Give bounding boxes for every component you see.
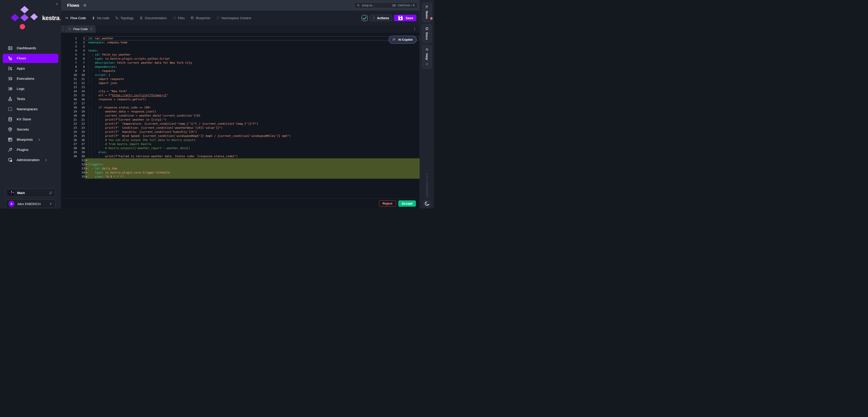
swap-tenant-icon[interactable]: [49, 191, 53, 195]
code-line[interactable]: 2828 # Kestra.outputs({'weather_report':…: [66, 146, 420, 150]
diff-marker: [85, 44, 88, 49]
code-line[interactable]: 1313: [66, 85, 420, 89]
rail-tab-news[interactable]: News: [422, 3, 432, 22]
code-line[interactable]: 2222 print(f" Temperature: {current_cond…: [66, 122, 420, 126]
code-line[interactable]: 99 - requests: [66, 69, 420, 73]
theme-toggle-button[interactable]: [423, 200, 431, 207]
favorite-star-icon[interactable]: [83, 3, 87, 7]
code-line[interactable]: 2323 print(f" Condition: {current_condit…: [66, 126, 420, 130]
sidebar-item-namespaces[interactable]: Namespaces: [3, 105, 58, 114]
code-line[interactable]: 1111 import requests: [66, 77, 420, 81]
diff-marker: [85, 109, 88, 114]
diff-marker: [85, 53, 88, 57]
diff-marker: [85, 114, 88, 118]
code-line[interactable]: 35+ cron: "0 9 * * *": [66, 174, 420, 179]
sidebar-item-apps[interactable]: Apps: [3, 64, 58, 73]
editor-tab-flow-code[interactable]: Flow Code: [65, 25, 96, 33]
logo-link[interactable]: kestra.: [0, 0, 61, 31]
user-menu[interactable]: A Alex EMERICH: [5, 199, 56, 208]
code-line[interactable]: 1212 import json: [66, 81, 420, 85]
code-line[interactable]: 1919 weather_data = response.json(): [66, 109, 420, 114]
sidebar-collapse-button[interactable]: [55, 2, 59, 6]
code-line[interactable]: 2020 current_condition = weather_data['c…: [66, 114, 420, 118]
line-number-new: 4: [77, 49, 85, 53]
tenant-selector[interactable]: Main: [5, 189, 56, 197]
sidebar-item-label: Namespaces: [17, 107, 37, 111]
code-line[interactable]: 66 type: io.kestra.plugin.scripts.python…: [66, 57, 420, 61]
tab-documentation[interactable]: Documentation: [140, 16, 167, 20]
sidebar-item-label: Tests: [17, 97, 25, 101]
code-line[interactable]: 34+ type: io.kestra.plugin.core.trigger.…: [66, 170, 420, 174]
tab-blueprints[interactable]: Blueprints: [191, 16, 210, 20]
code-line[interactable]: 31+: [66, 158, 420, 162]
code-line[interactable]: 22namespace: company.team: [66, 40, 420, 44]
kestra-logo-icon: [8, 5, 39, 31]
rail-tab-docs[interactable]: Docs: [422, 24, 432, 43]
code-line[interactable]: 2727 # from kestra import Kestra: [66, 142, 420, 146]
line-number-old: 13: [66, 85, 77, 89]
sidebar-item-administration[interactable]: Administration: [3, 155, 58, 165]
code-line[interactable]: 44tasks:: [66, 49, 420, 53]
flag-icon: [425, 5, 429, 9]
rail-tab-help[interactable]: Help: [422, 45, 432, 69]
code-line[interactable]: 1717: [66, 101, 420, 105]
code-line[interactable]: 77 description: Fetch current weather da…: [66, 61, 420, 65]
sidebar-item-blueprints[interactable]: Blueprints: [3, 135, 58, 145]
line-number-new: 10: [77, 73, 85, 77]
diff-marker: [85, 97, 88, 101]
save-button[interactable]: Save: [394, 15, 416, 21]
code-line[interactable]: 1515 url = f"https://wttr.in/{city}?form…: [66, 93, 420, 97]
code-line[interactable]: 1010 script: |: [66, 73, 420, 77]
sidebar-item-kv-store[interactable]: KV Store: [3, 115, 58, 124]
sidebar-item-plugins[interactable]: Plugins: [3, 145, 58, 155]
line-number-old: 23: [66, 126, 77, 130]
sidebar-item-secrets[interactable]: Secrets: [3, 125, 58, 134]
code-line[interactable]: 32+triggers:: [66, 162, 420, 166]
sidebar-item-executions[interactable]: Executions: [3, 74, 58, 83]
code-editor[interactable]: 11id: nyc_weather22namespace: company.te…: [61, 33, 420, 208]
close-tab-icon[interactable]: [90, 28, 93, 31]
line-number-old: 10: [66, 73, 77, 77]
sidebar-item-logs[interactable]: Logs: [3, 84, 58, 94]
line-number-new: 33: [77, 166, 85, 170]
code-line[interactable]: 2525 print(f" Wind Speed: {current_condi…: [66, 134, 420, 138]
accept-button[interactable]: Accept: [398, 200, 416, 207]
code-line[interactable]: 88 dependencies:: [66, 65, 420, 69]
editor-options-kebab-icon[interactable]: [413, 27, 416, 31]
code-line[interactable]: 2626 # You can also output the full data…: [66, 138, 420, 142]
sidebar-item-dashboards[interactable]: Dashboards: [3, 43, 58, 53]
code-line[interactable]: 2121 print(f"Current weather in {city}:"…: [66, 118, 420, 122]
reject-button[interactable]: Reject: [379, 200, 396, 207]
code-line[interactable]: 1414 city = "New York": [66, 89, 420, 93]
code-line[interactable]: 2424 print(f" Humidity: {current_conditi…: [66, 130, 420, 134]
tab-flow-code[interactable]: Flow Code: [65, 16, 86, 20]
logo-wordmark: kestra.: [42, 15, 61, 22]
sidebar-item-flows[interactable]: Flows: [3, 54, 58, 63]
drag-dots-icon: [61, 25, 65, 33]
code-line[interactable]: 3030 print(f"Failed to retrieve weather …: [66, 154, 420, 158]
code-line[interactable]: 2929 else:: [66, 150, 420, 154]
ai-copilot-button[interactable]: AI Copilot: [389, 36, 416, 43]
tab-namespace-context[interactable]: Namespace Context: [216, 16, 251, 20]
code-line[interactable]: 55 - id: fetch_nyc_weather: [66, 53, 420, 57]
code-line[interactable]: 1616 response = requests.get(url): [66, 97, 420, 101]
tab-no-code[interactable]: No-code: [92, 16, 110, 20]
code-line[interactable]: 33+ - id: daily_9am: [66, 166, 420, 170]
sidebar-item-tests[interactable]: Tests: [3, 94, 58, 104]
actions-button[interactable]: Actions: [369, 15, 392, 21]
code-line[interactable]: 11id: nyc_weather: [66, 36, 420, 40]
blueprints-icon: [8, 137, 13, 142]
topbar: Flows Jump to... Ctrl/Cmd + K: [61, 0, 420, 11]
diff-marker: [85, 122, 88, 126]
jump-to-search[interactable]: Jump to... Ctrl/Cmd + K: [354, 2, 417, 8]
validation-check-button[interactable]: [362, 15, 368, 21]
code-line[interactable]: 33: [66, 44, 420, 49]
kv-store-icon: [8, 117, 13, 122]
drag-handle[interactable]: [61, 25, 65, 33]
sidebar-item-label: Apps: [17, 66, 25, 70]
code-line[interactable]: 1818 if response.status_code == 200:: [66, 105, 420, 109]
tab-files[interactable]: Files: [173, 16, 185, 20]
line-number-new: 15: [77, 93, 85, 97]
sidebar-item-label: Administration: [17, 158, 39, 162]
tab-topology[interactable]: Topology: [115, 16, 133, 20]
